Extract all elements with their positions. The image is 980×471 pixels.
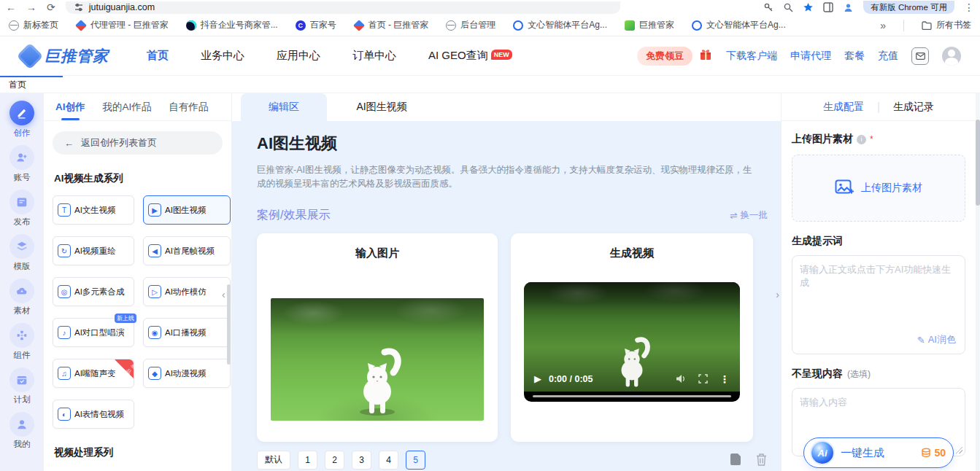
tool-ai-broadcast-video[interactable]: ◉ AI口播视频	[143, 318, 231, 347]
free-beans-button[interactable]: 免费领豆	[637, 47, 692, 66]
nav-item-ai-geo[interactable]: AI GEO查询NEW	[428, 49, 512, 63]
tab-generation-config[interactable]: 生成配置	[823, 101, 864, 114]
tool-ai-multi-element[interactable]: ◎ AI多元素合成	[53, 277, 134, 306]
tab-image-to-video[interactable]: AI图生视频	[327, 93, 436, 121]
ai-orb-icon: Ai	[811, 442, 833, 464]
lipsync-icon: ♪	[58, 326, 71, 339]
scrollbar-thumb[interactable]	[976, 120, 980, 206]
back-to-list-button[interactable]: ← 返回创作列表首页	[53, 131, 223, 155]
collapse-left-icon[interactable]: ‹	[222, 289, 225, 300]
sidebar-scrollbar[interactable]	[227, 284, 231, 365]
generate-button[interactable]: Ai 一键生成 50	[803, 437, 954, 468]
prompt-textarea[interactable]	[800, 263, 957, 330]
new-badge: NEW	[491, 50, 512, 60]
page-scrollbar[interactable]	[976, 93, 980, 471]
tool-ai-text-to-video[interactable]: T AI文生视频	[53, 195, 134, 225]
bookmark-baijiahao[interactable]: C百家号	[296, 19, 336, 31]
play-button[interactable]: ▶	[534, 373, 541, 384]
tool-ai-voice-change[interactable]: 新品 ♫ AI嘴随声变	[53, 359, 134, 388]
breadcrumb-tab-home[interactable]: 首页	[0, 76, 63, 93]
all-bookmarks-button[interactable]: 所有书签	[922, 19, 971, 31]
tool-ai-meme-video[interactable]: ◐ AI表情包视频	[53, 400, 134, 429]
bookmark-jutui[interactable]: 巨推管家	[625, 19, 674, 31]
tab-generation-history[interactable]: 生成记录	[893, 101, 934, 114]
input-image-card: 输入图片	[257, 233, 498, 442]
page-button-5[interactable]: 5	[406, 451, 425, 470]
nav-item-business[interactable]: 业务中心	[201, 49, 244, 63]
tool-ai-first-last-frame[interactable]: ◀ AI首尾帧视频	[143, 236, 231, 265]
trash-icon[interactable]	[755, 453, 768, 467]
tool-ai-video-repaint[interactable]: ↻ AI视频重绘	[53, 236, 134, 265]
nav-item-home[interactable]: 首页	[147, 49, 169, 63]
bookmark-wenxin-1[interactable]: 文心智能体平台Ag...	[513, 19, 607, 31]
tool-grid: T AI文生视频 ▶ AI图生视频 ↻ AI视频重绘 ◀ AI首尾帧视频 ◎ A…	[53, 195, 231, 429]
video-player[interactable]: ▶ 0:00 / 0:05 ⋮	[524, 282, 740, 402]
address-bar[interactable]: jutuiguanjia.com	[66, 1, 620, 14]
browser-menu-icon[interactable]: ⋮	[964, 2, 974, 12]
new-online-badge: 新上线	[115, 314, 136, 323]
ai-polish-button[interactable]: ✎ AI润色	[917, 333, 956, 346]
video-progress-bar[interactable]	[533, 395, 731, 397]
bookmarks-overflow-icon[interactable]: »	[880, 20, 886, 31]
editor-tabs: 编辑区 AI图生视频	[232, 93, 781, 121]
tool-ai-anime-video[interactable]: ◆ AI动漫视频	[143, 359, 231, 388]
volume-icon[interactable]	[676, 374, 687, 384]
bookmark-douyin[interactable]: 抖音企业号商家管...	[186, 19, 278, 31]
side-panel-icon[interactable]	[823, 2, 833, 12]
gift-icon[interactable]	[698, 47, 713, 65]
page-button-2[interactable]: 2	[325, 451, 344, 470]
nav-item-apps[interactable]: 应用中心	[277, 49, 320, 63]
rail-item-create[interactable]: 创作	[0, 101, 44, 139]
user-icon	[9, 412, 34, 437]
rail-item-templates[interactable]: 模版	[0, 234, 44, 272]
app-navbar: 巨推管家 首页 业务中心 应用中心 订单中心 AI GEO查询NEW 免费领豆 …	[0, 36, 980, 76]
download-client-link[interactable]: 下载客户端	[726, 50, 777, 63]
fullscreen-icon[interactable]	[698, 374, 708, 384]
back-arrow-icon: ←	[64, 138, 74, 149]
tab-my-ai-works[interactable]: 我的AI作品	[103, 93, 152, 120]
tool-ai-motion-mimic[interactable]: ▷ AI动作模仿	[143, 277, 231, 306]
rail-item-plans[interactable]: 计划	[0, 367, 44, 405]
tool-ai-lipsync-sing[interactable]: 新上线 ♪ AI对口型唱演	[53, 318, 134, 347]
tab-editor[interactable]: 编辑区	[241, 93, 327, 121]
app-logo[interactable]: 巨推管家	[20, 46, 109, 66]
tab-own-works[interactable]: 自有作品	[169, 93, 208, 120]
collapse-right-icon[interactable]: ›	[776, 289, 779, 300]
bookmark-wenxin-2[interactable]: 文心智能体平台Ag...	[692, 19, 786, 31]
resize-handle[interactable]	[956, 447, 962, 454]
user-avatar[interactable]	[942, 47, 961, 66]
rail-item-accounts[interactable]: 账号	[0, 145, 44, 183]
info-icon[interactable]: i	[857, 135, 866, 144]
bookmark-agent-admin[interactable]: 代理管理 - 巨推管家	[76, 19, 169, 31]
refresh-batch-link[interactable]: ⇌ 换一批	[730, 209, 768, 222]
bookmark-jutui-home[interactable]: 首页 - 巨推管家	[354, 19, 429, 31]
page-default-button[interactable]: 默认	[257, 451, 290, 470]
back-icon[interactable]: ←	[6, 2, 16, 12]
rail-item-mine[interactable]: 我的	[0, 412, 44, 450]
password-key-icon[interactable]	[763, 2, 773, 12]
chrome-update-chip[interactable]: 有新版 Chrome 可用	[863, 1, 954, 14]
messages-button[interactable]	[911, 47, 929, 65]
video-menu-icon[interactable]: ⋮	[719, 373, 730, 385]
apply-agent-link[interactable]: 申请代理	[790, 50, 831, 63]
upload-image-dropzone[interactable]: 上传图片素材	[792, 155, 965, 222]
bookmark-new-tab[interactable]: 新标签页	[9, 19, 58, 31]
tab-ai-creation[interactable]: AI创作	[55, 93, 85, 120]
page-button-4[interactable]: 4	[379, 451, 398, 470]
recharge-link[interactable]: 充值	[878, 50, 898, 63]
page-button-3[interactable]: 3	[352, 451, 371, 470]
profile-icon[interactable]	[843, 2, 854, 13]
search-icon[interactable]	[783, 2, 793, 12]
nav-item-orders[interactable]: 订单中心	[352, 49, 396, 63]
copy-doc-icon[interactable]	[730, 453, 742, 467]
bookmark-backend[interactable]: 后台管理	[446, 19, 495, 31]
packages-link[interactable]: 套餐	[844, 50, 865, 63]
rail-item-assets[interactable]: 素材	[0, 279, 44, 316]
tool-ai-image-to-video[interactable]: ▶ AI图生视频	[143, 195, 231, 225]
reload-icon[interactable]: ⟳	[47, 2, 55, 12]
page-button-1[interactable]: 1	[298, 451, 317, 470]
rail-item-publish[interactable]: 发布	[0, 190, 44, 227]
bookmark-star-icon[interactable]	[803, 2, 814, 13]
forward-icon[interactable]: →	[26, 2, 36, 12]
rail-item-components[interactable]: 组件	[0, 323, 44, 361]
